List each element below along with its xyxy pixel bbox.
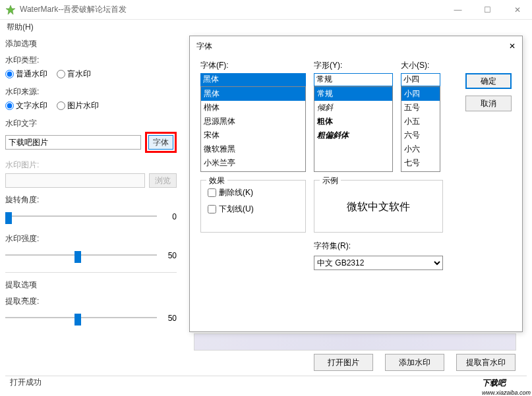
label-strength: 水印强度: <box>5 233 177 244</box>
svg-marker-0 <box>6 5 15 14</box>
size-option[interactable]: 八号 <box>401 170 440 172</box>
strength-value: 50 <box>168 251 177 260</box>
label-brightness: 提取亮度: <box>5 296 177 307</box>
status-text: 打开成功 <box>10 377 42 388</box>
label-watermark-text: 水印文字 <box>5 118 177 129</box>
watermark-text-input[interactable] <box>5 135 141 150</box>
label-charset: 字符集(R): <box>314 240 512 252</box>
rotation-slider-thumb[interactable] <box>5 212 12 224</box>
style-listbox[interactable]: 常规倾斜粗体粗偏斜体 <box>314 86 393 172</box>
cancel-button[interactable]: 取消 <box>465 96 512 111</box>
section-add-options: 添加选项 <box>5 38 177 49</box>
checkbox-underline[interactable]: 下划线(U) <box>208 204 299 215</box>
dialog-title-bar: 字体 ✕ <box>190 36 522 56</box>
close-button[interactable]: ✕ <box>502 0 532 20</box>
maximize-button[interactable]: ☐ <box>473 0 502 20</box>
size-option[interactable]: 五号 <box>401 101 440 115</box>
logo-corner: 下载吧 www.xiazaiba.com <box>482 371 531 396</box>
status-divider <box>5 376 527 376</box>
label-watermark-source: 水印来源: <box>5 86 177 98</box>
label-watermark-image: 水印图片: <box>5 159 177 171</box>
strength-slider[interactable]: 50 <box>5 247 177 263</box>
size-option[interactable]: 七号 <box>401 156 440 170</box>
watermark-image-input <box>5 173 145 188</box>
label-watermark-type: 水印类型: <box>5 55 177 66</box>
strength-slider-thumb[interactable] <box>74 251 81 263</box>
left-panel: 添加选项 水印类型: 普通水印 盲水印 水印来源: 文字水印 图片水印 水印文字… <box>5 36 177 335</box>
divider <box>5 272 177 273</box>
size-option[interactable]: 小四 <box>401 87 440 101</box>
menu-help[interactable]: 帮助(H) <box>7 22 34 33</box>
font-name-input[interactable]: 黑体 <box>200 73 306 86</box>
font-listbox[interactable]: 黑体楷体思源黑体宋体微软雅黑小米兰亭新宋体 <box>200 86 306 172</box>
label-style: 字形(Y): <box>314 60 393 71</box>
size-option[interactable]: 六号 <box>401 128 440 142</box>
font-option[interactable]: 黑体 <box>201 87 305 101</box>
font-option[interactable]: 宋体 <box>201 128 305 142</box>
style-option[interactable]: 粗偏斜体 <box>314 128 392 142</box>
image-preview-strip <box>194 333 516 351</box>
font-button[interactable]: 字体 <box>148 135 173 150</box>
radio-image-watermark[interactable]: 图片水印 <box>57 100 99 111</box>
label-font: 字体(F): <box>200 60 306 71</box>
font-option[interactable]: 新宋体 <box>201 170 305 172</box>
size-listbox[interactable]: 小四五号小五六号小六七号八号 <box>401 86 440 172</box>
radio-normal-watermark[interactable]: 普通水印 <box>5 69 47 80</box>
font-size-input[interactable]: 小四 <box>401 73 440 86</box>
font-option[interactable]: 思源黑体 <box>201 115 305 128</box>
style-option[interactable]: 倾斜 <box>314 101 392 115</box>
font-option[interactable]: 微软雅黑 <box>201 142 305 156</box>
extract-blind-button[interactable]: 提取盲水印 <box>456 354 516 371</box>
radio-blind-watermark[interactable]: 盲水印 <box>57 69 91 80</box>
bottom-button-row: 打开图片 添加水印 提取盲水印 <box>314 354 516 371</box>
style-option[interactable]: 粗体 <box>314 115 392 128</box>
size-option[interactable]: 小六 <box>401 142 440 156</box>
legend-sample: 示例 <box>320 175 341 186</box>
app-icon <box>5 5 16 15</box>
label-size: 大小(S): <box>401 60 440 71</box>
open-image-button[interactable]: 打开图片 <box>314 354 373 371</box>
window-title: WaterMark--吾爱破解论坛首发 <box>20 4 127 15</box>
ok-button[interactable]: 确定 <box>465 73 512 89</box>
title-bar: WaterMark--吾爱破解论坛首发 — ☐ ✕ <box>0 0 532 20</box>
minimize-button[interactable]: — <box>443 0 473 20</box>
section-extract-options: 提取选项 <box>5 279 177 291</box>
charset-select[interactable]: 中文 GB2312 <box>314 256 443 270</box>
add-watermark-button[interactable]: 添加水印 <box>385 354 444 371</box>
brightness-slider-thumb[interactable] <box>74 314 81 325</box>
rotation-value: 0 <box>172 212 177 221</box>
browse-button: 浏览 <box>149 173 177 188</box>
dialog-title: 字体 <box>196 41 212 52</box>
brightness-value: 50 <box>168 314 177 323</box>
dialog-close-button[interactable]: ✕ <box>509 42 516 51</box>
menu-bar: 帮助(H) <box>0 20 532 34</box>
radio-text-watermark[interactable]: 文字水印 <box>5 100 47 111</box>
style-option[interactable]: 常规 <box>314 87 392 101</box>
font-option[interactable]: 楷体 <box>201 101 305 115</box>
size-option[interactable]: 小五 <box>401 115 440 128</box>
brightness-slider[interactable]: 50 <box>5 310 177 325</box>
checkbox-strikethrough[interactable]: 删除线(K) <box>208 187 299 198</box>
font-style-input[interactable]: 常规 <box>314 73 393 86</box>
font-button-highlight: 字体 <box>145 132 177 153</box>
rotation-slider[interactable]: 0 <box>5 208 177 224</box>
legend-effects: 效果 <box>206 175 227 186</box>
sample-text: 微软中文软件 <box>347 200 410 214</box>
font-dialog: 字体 ✕ 字体(F): 黑体 黑体楷体思源黑体宋体微软雅黑小米兰亭新宋体 字形(… <box>189 36 523 332</box>
label-rotation-angle: 旋转角度: <box>5 194 177 206</box>
font-option[interactable]: 小米兰亭 <box>201 156 305 170</box>
